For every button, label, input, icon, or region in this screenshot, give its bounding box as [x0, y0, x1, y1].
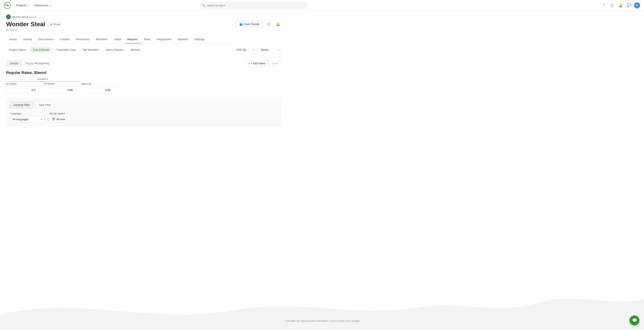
project-title-row: Wonder Steal 🔒 Private — [6, 21, 62, 28]
nav-projects-label: Projects — [16, 4, 26, 7]
help-icon[interactable]: ? — [600, 2, 607, 9]
strings-added-group: Strings added: 📅 All time — [49, 112, 68, 123]
logo-icon[interactable] — [4, 2, 11, 9]
mode-tab-simple[interactable]: Simple — [6, 60, 22, 66]
filter-row: Language: All languages Strings added: 📅… — [10, 112, 278, 123]
sub-nav-translation-cost[interactable]: Translation Cost — [53, 47, 79, 53]
language-filter-group: Language: All languages — [10, 112, 44, 123]
chevron-down-icon: ▼ — [27, 4, 29, 6]
invite-icon: 👥 — [240, 22, 243, 26]
tab-settings[interactable]: Settings — [191, 35, 208, 43]
tab-members[interactable]: Members — [93, 35, 111, 43]
language-select[interactable]: All languages — [10, 116, 44, 123]
sub-nav-top-members[interactable]: Top Members — [80, 47, 102, 53]
content-area: SimpleFuzzy TM matching + + Add Rates Sa… — [6, 56, 281, 130]
nav-actions: ? 🛒 🔔 💬 M — [600, 2, 640, 9]
tab-discussions[interactable]: Discussions — [35, 35, 57, 43]
rates-title: Regular Rates, $/word — [6, 70, 281, 75]
invite-people-button[interactable]: 👥 Invite People — [236, 21, 263, 27]
project-title: Wonder Steal — [6, 21, 45, 28]
project-actions: 👥 Invite People 🛒 🔔 — [236, 21, 281, 27]
nav-resources[interactable]: Resources ▼ — [32, 2, 53, 8]
unit-select[interactable]: WordsCharacters — [258, 46, 281, 53]
unit-select-wrap: WordsCharacters — [258, 46, 281, 53]
strings-added-button[interactable]: 📅 All time — [49, 116, 68, 123]
currency-select[interactable]: USD ($)EUR (€)GBP (£) — [234, 46, 257, 53]
cart-icon-header[interactable]: 🛒 — [265, 21, 272, 27]
no-match-col: No Match — [6, 82, 41, 93]
filter-section: General Filter Task Filter Language: All… — [6, 98, 281, 126]
tab-tools[interactable]: Tools — [140, 35, 153, 43]
tab-reports[interactable]: Reports — [124, 35, 141, 43]
tab-marketo[interactable]: Marketo — [174, 35, 191, 43]
sub-nav-right: USD ($)EUR (€)GBP (£) WordsCharacters — [234, 46, 281, 53]
filter-tabs: General Filter Task Filter — [10, 102, 278, 108]
project-id: ID:425427 — [6, 28, 281, 31]
private-badge: 🔒 Private — [48, 22, 62, 27]
tab-activity[interactable]: Activity — [20, 35, 35, 43]
general-filter-tab[interactable]: General Filter — [10, 102, 34, 108]
main-tabs: HomeActivityDiscussionsContentResourcesM… — [6, 35, 281, 43]
sub-nav: Project StatusCost EstimateTranslation C… — [6, 43, 281, 56]
user-name: Michael Dudar (acsy) — [12, 15, 36, 18]
mode-tabs: SimpleFuzzy TM matching + + Add Rates Sa… — [6, 60, 281, 67]
currency-select-wrap: USD ($)EUR (€)GBP (£) — [234, 46, 257, 53]
strings-added-value: All time — [56, 118, 65, 121]
project-header: Wonder Steal 🔒 Private 👥 Invite People 🛒… — [6, 21, 281, 28]
add-rates-label: + Add Rates — [251, 62, 266, 65]
plus-icon: + — [248, 62, 250, 65]
tab-resources[interactable]: Resources — [73, 35, 93, 43]
approval-input[interactable] — [81, 87, 116, 93]
main-content: M Michael Dudar (acsy) Wonder Steal 🔒 Pr… — [0, 11, 288, 134]
tm-match-input[interactable] — [44, 87, 78, 93]
calendar-icon: 📅 — [52, 118, 55, 121]
avatar[interactable]: M — [634, 2, 640, 8]
private-label: Private — [53, 23, 60, 26]
search-icon: 🔍 — [202, 4, 205, 7]
search-bar: 🔍 — [200, 2, 307, 9]
chevron-down-icon: ▼ — [49, 4, 51, 6]
task-filter-tab[interactable]: Task Filter — [35, 102, 55, 108]
sub-nav-cost-estimate[interactable]: Cost Estimate — [30, 47, 52, 53]
tab-home[interactable]: Home — [6, 35, 20, 43]
tm-match-col: TM Match — [44, 82, 78, 93]
messages-icon[interactable]: 💬 — [626, 2, 632, 9]
sub-nav-project-status[interactable]: Project Status — [6, 47, 29, 53]
mode-tab-items: SimpleFuzzy TM matching — [6, 60, 53, 66]
top-nav: Projects ▼ Resources ▼ 🔍 ? 🛒 🔔 💬 M — [0, 0, 644, 11]
notifications-icon-header[interactable]: 🔔 — [274, 21, 281, 27]
tab-integrations[interactable]: Integrations — [153, 35, 174, 43]
add-rates-button[interactable]: + + Add Rates — [245, 60, 269, 67]
translation-header: Translation — [6, 78, 79, 82]
sub-nav-marketo[interactable]: Marketo — [128, 47, 143, 53]
sub-nav-items: Project StatusCost EstimateTranslation C… — [6, 47, 143, 53]
language-select-wrap: All languages — [10, 116, 44, 123]
rates-section: Regular Rates, $/word Translation No Mat… — [6, 70, 281, 93]
lock-icon: 🔒 — [50, 23, 52, 26]
no-match-label: No Match — [6, 82, 41, 85]
mode-tab-fuzzy-tm-matching[interactable]: Fuzzy TM matching — [22, 60, 53, 66]
user-avatar: M — [6, 14, 11, 19]
nav-links: Projects ▼ Resources ▼ — [14, 2, 53, 8]
approval-col: Approval — [81, 82, 116, 93]
tab-content[interactable]: Content — [57, 35, 73, 43]
save-button[interactable]: Save — [269, 60, 281, 67]
tm-match-label: TM Match — [44, 82, 78, 85]
language-label: Language: — [10, 112, 44, 115]
invite-label: Invite People — [244, 22, 259, 26]
cart-icon[interactable]: 🛒 — [609, 2, 616, 9]
sub-nav-abuse-reports[interactable]: Abuse Reports — [103, 47, 127, 53]
rates-row: No Match TM Match Approval — [6, 82, 281, 93]
tab-tasks[interactable]: Tasks — [111, 35, 124, 43]
nav-projects[interactable]: Projects ▼ — [14, 2, 32, 8]
strings-added-label: Strings added: — [49, 112, 68, 115]
notifications-icon[interactable]: 🔔 — [617, 2, 624, 9]
no-match-input[interactable] — [6, 87, 41, 93]
nav-resources-label: Resources — [34, 4, 48, 7]
approval-label: Approval — [81, 82, 116, 85]
search-input[interactable] — [200, 2, 307, 9]
project-user: M Michael Dudar (acsy) — [6, 14, 281, 19]
